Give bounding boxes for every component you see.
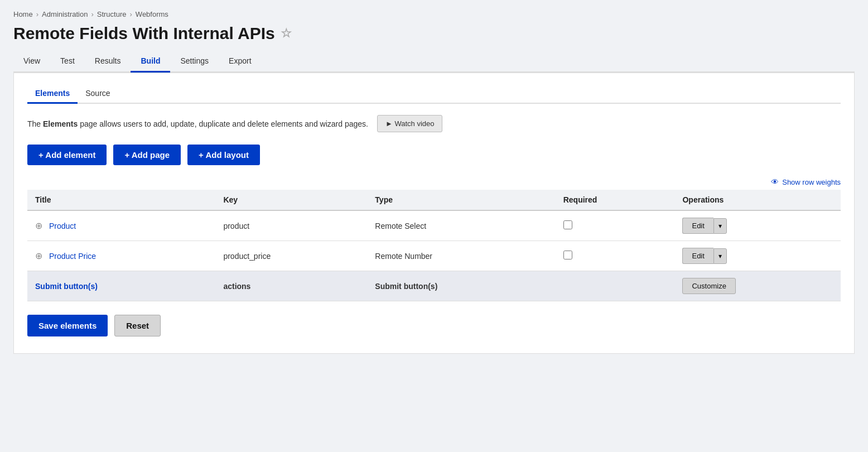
description-text: The Elements page allows users to add, u… (27, 119, 368, 128)
required-checkbox-2[interactable] (563, 251, 572, 259)
add-element-button[interactable]: + Add element (27, 145, 107, 165)
eye-icon: 👁 (771, 177, 779, 186)
breadcrumb-sep-1: › (36, 10, 38, 18)
content-area: Elements Source The Elements page allows… (13, 73, 855, 354)
col-key: Key (215, 190, 367, 210)
elements-table: Title Key Type Required Operations ⊕ Pro… (27, 190, 841, 301)
edit-dropdown-2[interactable]: ▾ (713, 248, 727, 264)
breadcrumb-sep-2: › (91, 10, 93, 18)
col-operations: Operations (674, 190, 841, 210)
col-type: Type (367, 190, 555, 210)
submit-required (556, 271, 675, 301)
row-2-type: Remote Number (367, 241, 555, 271)
breadcrumb: Home › Administration › Structure › Webf… (13, 10, 855, 18)
subtab-elements[interactable]: Elements (27, 84, 78, 104)
breadcrumb-home[interactable]: Home (13, 10, 33, 18)
breadcrumb-admin[interactable]: Administration (42, 10, 88, 18)
tab-build[interactable]: Build (131, 51, 170, 73)
breadcrumb-webforms[interactable]: Webforms (136, 10, 168, 18)
action-buttons: + Add element + Add page + Add layout (27, 145, 841, 165)
show-row-weights-label: Show row weights (782, 178, 841, 186)
table-row: ⊕ Product product Remote Select Edit ▾ (27, 210, 841, 241)
save-elements-button[interactable]: Save elements (27, 315, 108, 336)
reset-button[interactable]: Reset (114, 315, 161, 336)
submit-title-cell: Submit button(s) (27, 271, 215, 301)
tab-view[interactable]: View (13, 51, 50, 73)
page-title-text: Remote Fields With Internal APIs (13, 24, 275, 43)
breadcrumb-structure[interactable]: Structure (97, 10, 127, 18)
tab-settings[interactable]: Settings (170, 51, 219, 73)
main-tabs: View Test Results Build Settings Export (13, 51, 855, 73)
submit-operations: Customize (674, 271, 841, 301)
submit-type: Submit button(s) (367, 271, 555, 301)
row-2-operations: Edit ▾ (674, 241, 841, 271)
submit-buttons-link[interactable]: Submit button(s) (35, 282, 98, 291)
star-icon[interactable]: ☆ (281, 26, 292, 41)
row-1-title-cell: ⊕ Product (27, 210, 215, 241)
add-page-button[interactable]: + Add page (113, 145, 181, 165)
product-link[interactable]: Product (49, 222, 76, 230)
row-1-required (556, 210, 675, 241)
row-2-title-cell: ⊕ Product Price (27, 241, 215, 271)
customize-button[interactable]: Customize (682, 278, 735, 294)
product-price-link[interactable]: Product Price (49, 252, 96, 261)
tab-export[interactable]: Export (219, 51, 261, 73)
show-row-weights[interactable]: 👁 Show row weights (27, 177, 841, 186)
edit-button-2[interactable]: Edit (682, 248, 713, 264)
drag-handle-1[interactable]: ⊕ (35, 220, 42, 231)
description-row: The Elements page allows users to add, u… (27, 115, 841, 132)
watch-video-button[interactable]: ► Watch video (377, 115, 443, 132)
drag-handle-2[interactable]: ⊕ (35, 251, 42, 261)
submit-key: actions (215, 271, 367, 301)
breadcrumb-sep-3: › (130, 10, 132, 18)
col-title: Title (27, 190, 215, 210)
edit-dropdown-1[interactable]: ▾ (713, 218, 727, 234)
page-title: Remote Fields With Internal APIs ☆ (13, 24, 855, 43)
row-2-key: product_price (215, 241, 367, 271)
required-checkbox-1[interactable] (563, 220, 572, 229)
add-layout-button[interactable]: + Add layout (187, 145, 260, 165)
tab-results[interactable]: Results (85, 51, 131, 73)
sub-tabs: Elements Source (27, 84, 841, 104)
subtab-source[interactable]: Source (78, 84, 118, 104)
bottom-actions: Save elements Reset (27, 315, 841, 336)
row-1-key: product (215, 210, 367, 241)
table-header-row: Title Key Type Required Operations (27, 190, 841, 210)
description-bold: Elements (43, 119, 78, 128)
col-required: Required (556, 190, 675, 210)
tab-test[interactable]: Test (50, 51, 85, 73)
edit-button-1[interactable]: Edit (682, 218, 713, 234)
submit-row: Submit button(s) actions Submit button(s… (27, 271, 841, 301)
row-2-required (556, 241, 675, 271)
table-row: ⊕ Product Price product_price Remote Num… (27, 241, 841, 271)
row-1-operations: Edit ▾ (674, 210, 841, 241)
row-1-type: Remote Select (367, 210, 555, 241)
